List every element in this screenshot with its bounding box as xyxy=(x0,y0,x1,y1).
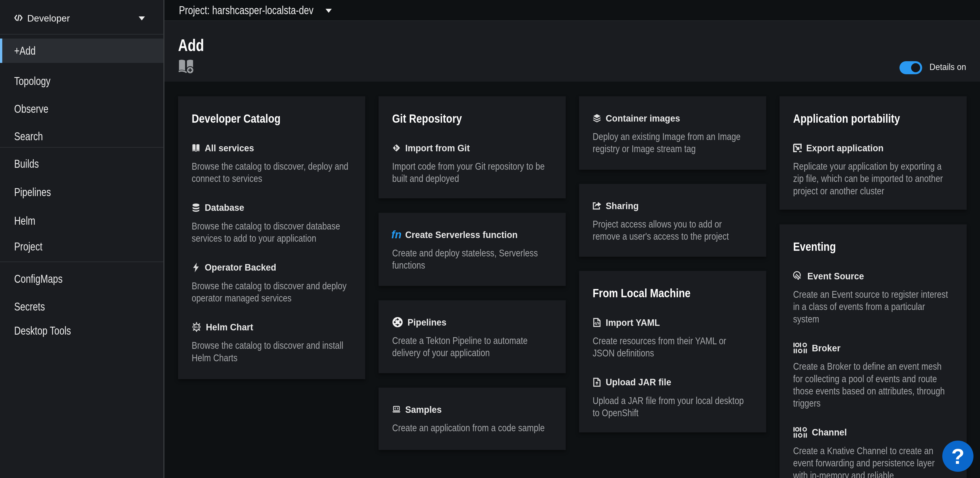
svg-text:HELM: HELM xyxy=(192,326,201,329)
